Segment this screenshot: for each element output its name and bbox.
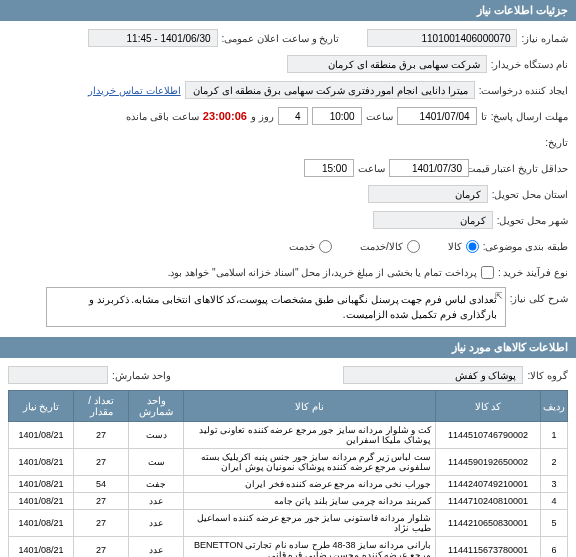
radio-service[interactable]	[319, 240, 332, 253]
cell-idx: 5	[541, 510, 568, 537]
need-number-label: شماره نیاز:	[521, 33, 568, 44]
delivery-addr-label: استان محل تحویل:	[492, 189, 568, 200]
table-row: 41144710240810001کمربند مردانه چرمی سایز…	[9, 493, 568, 510]
credit-label: حداقل تاریخ اعتبار قیمت تا تاریخ:	[473, 163, 568, 174]
goods-table: ردیف کد کالا نام کالا واحد شمارش تعداد /…	[8, 390, 568, 557]
cell-qty: 27	[74, 510, 129, 537]
process-checkbox[interactable]	[481, 266, 494, 279]
cell-idx: 1	[541, 422, 568, 449]
cell-idx: 2	[541, 449, 568, 476]
announce-value: 1401/06/30 - 11:45	[88, 29, 218, 47]
cell-date: 1401/08/21	[9, 493, 74, 510]
credit-date: 1401/07/30	[389, 159, 469, 177]
org-value: شرکت سهامی برق منطقه ای کرمان	[287, 55, 487, 73]
desc-text: تعدادی لباس فرم جهت پرسنل نگهبانی طبق مش…	[89, 294, 497, 320]
cell-code: 1144510746790002	[436, 422, 541, 449]
delivery-addr: کرمان	[368, 185, 488, 203]
deadline-label2: تا	[481, 111, 487, 122]
cell-code: 1144115673780001	[436, 537, 541, 558]
cell-qty: 54	[74, 476, 129, 493]
cell-name: جوراب نخی مردانه مرجع عرضه کننده فخر ایر…	[184, 476, 436, 493]
section-need-info: جزئیات اطلاعات نیاز	[0, 0, 576, 21]
cell-qty: 27	[74, 537, 129, 558]
unit-value	[8, 366, 108, 384]
cell-unit: جفت	[129, 476, 184, 493]
process-note: پرداخت تمام یا بخشی از مبلغ خرید،از محل …	[168, 267, 477, 278]
cell-idx: 3	[541, 476, 568, 493]
section-goods-info: اطلاعات کالاهای مورد نیاز	[0, 337, 576, 358]
credit-hour: 15:00	[304, 159, 354, 177]
cell-date: 1401/08/21	[9, 537, 74, 558]
contact-link[interactable]: اطلاعات تماس خریدار	[88, 85, 181, 96]
cell-name: شلوار مردانه فاستونی سایز جور مرجع عرضه …	[184, 510, 436, 537]
cell-qty: 27	[74, 449, 129, 476]
day-label: روز و	[251, 111, 274, 122]
desc-label: شرح کلی نیاز:	[510, 287, 568, 304]
cell-idx: 6	[541, 537, 568, 558]
table-row: 11144510746790002کت و شلوار مردانه سایز …	[9, 422, 568, 449]
hour-label-2: ساعت	[358, 163, 385, 174]
countdown: 23:00:06	[203, 110, 247, 122]
cell-unit: ست	[129, 449, 184, 476]
process-label: نوع فرآیند خرید :	[498, 267, 568, 278]
delivery-city: کرمان	[373, 211, 493, 229]
deadline-date: 1401/07/04	[397, 107, 477, 125]
unit-label: واحد شمارش:	[112, 370, 171, 381]
cell-code: 1144590192650002	[436, 449, 541, 476]
th-date: تاریخ نیاز	[9, 391, 74, 422]
announce-label: تاریخ و ساعت اعلان عمومی:	[222, 33, 340, 44]
desc-box: ⇱ تعدادی لباس فرم جهت پرسنل نگهبانی طبق …	[46, 287, 506, 327]
cell-unit: دست	[129, 422, 184, 449]
cell-date: 1401/08/21	[9, 449, 74, 476]
requester-value: میترا دانایی انجام امور دفتری شرکت سهامی…	[185, 81, 475, 99]
remain-label: ساعت باقی مانده	[126, 111, 199, 122]
cell-name: بارانی مردانه سایز 38-48 طرح ساده نام تج…	[184, 537, 436, 558]
tarikh-label: تاریخ:	[545, 137, 568, 148]
org-label: نام دستگاه خریدار:	[491, 59, 568, 70]
cell-date: 1401/08/21	[9, 476, 74, 493]
th-qty: تعداد / مقدار	[74, 391, 129, 422]
cell-name: ست لباس زیر گرم مردانه سایز جور جنس پنبه…	[184, 449, 436, 476]
cell-code: 1144240749210001	[436, 476, 541, 493]
group-label: گروه کالا:	[527, 370, 568, 381]
radio-goods[interactable]	[466, 240, 479, 253]
expand-icon[interactable]: ⇱	[495, 290, 503, 304]
radio-goods-service[interactable]	[407, 240, 420, 253]
cat-service: کالا/خدمت	[360, 241, 403, 252]
cell-date: 1401/08/21	[9, 422, 74, 449]
days-remain: 4	[278, 107, 308, 125]
cell-qty: 27	[74, 493, 129, 510]
table-row: 31144240749210001جوراب نخی مردانه مرجع ع…	[9, 476, 568, 493]
cell-name: کت و شلوار مردانه سایز جور مرجع عرضه کنن…	[184, 422, 436, 449]
cat-goods: کالا	[448, 241, 462, 252]
table-row: 51144210650830001شلوار مردانه فاستونی سا…	[9, 510, 568, 537]
th-code: کد کالا	[436, 391, 541, 422]
th-idx: ردیف	[541, 391, 568, 422]
requester-label: ایجاد کننده درخواست:	[479, 85, 568, 96]
delivery-city-label: شهر محل تحویل:	[497, 215, 568, 226]
category-label: طبقه بندی موضوعی:	[483, 241, 568, 252]
cell-code: 1144710240810001	[436, 493, 541, 510]
group-value: پوشاک و کفش	[343, 366, 523, 384]
cell-date: 1401/08/21	[9, 510, 74, 537]
cell-idx: 4	[541, 493, 568, 510]
cat-service2: خدمت	[289, 241, 315, 252]
deadline-hour: 10:00	[312, 107, 362, 125]
cell-unit: عدد	[129, 510, 184, 537]
th-name: نام کالا	[184, 391, 436, 422]
cell-unit: عدد	[129, 493, 184, 510]
cell-qty: 27	[74, 422, 129, 449]
table-row: 21144590192650002ست لباس زیر گرم مردانه …	[9, 449, 568, 476]
need-number-value: 1101001406000070	[367, 29, 517, 47]
deadline-label: مهلت ارسال پاسخ:	[491, 111, 568, 122]
cell-name: کمربند مردانه چرمی سایز بلند پاتن جامه	[184, 493, 436, 510]
cell-unit: عدد	[129, 537, 184, 558]
cell-code: 1144210650830001	[436, 510, 541, 537]
th-unit: واحد شمارش	[129, 391, 184, 422]
table-row: 61144115673780001بارانی مردانه سایز 38-4…	[9, 537, 568, 558]
hour-label-1: ساعت	[366, 111, 393, 122]
